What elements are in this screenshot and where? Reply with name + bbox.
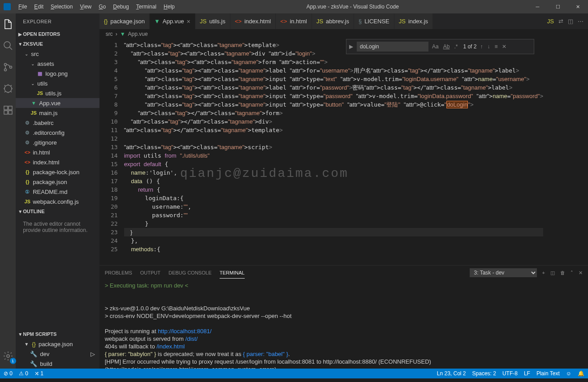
js-icon: JS: [200, 18, 207, 25]
wrench-icon: 🔧: [30, 361, 37, 367]
tab-index-js[interactable]: JSindex.js: [394, 13, 433, 29]
svg-rect-8: [9, 111, 12, 114]
status-encoding[interactable]: UTF-8: [502, 370, 518, 377]
panel-tab-output[interactable]: OUTPUT: [140, 267, 160, 278]
tab-package-json[interactable]: {}package.json: [99, 13, 150, 29]
close-button[interactable]: ✕: [568, 0, 588, 13]
activity-extensions-icon[interactable]: [1, 103, 15, 117]
tree-item-utils[interactable]: ⌄utils: [16, 78, 99, 88]
editor-content[interactable]: 1234567891011121314151617181920212223242…: [99, 39, 588, 265]
status-spaces[interactable]: Spaces: 2: [472, 370, 496, 377]
tree-item-assets[interactable]: ⌄assets: [16, 59, 99, 69]
breadcrumb[interactable]: src› ▼ App.vue: [99, 29, 588, 39]
section-open-editors[interactable]: ▶OPEN EDITORS: [16, 29, 99, 39]
json-icon: {}: [104, 18, 108, 25]
npm-root[interactable]: ▼{}package.json: [16, 339, 99, 349]
section-outline[interactable]: ▼OUTLINE: [16, 206, 99, 216]
match-case-icon[interactable]: Aa: [431, 43, 440, 51]
section-project[interactable]: ▼ZKSVUE: [16, 39, 99, 49]
panel-tab-problems[interactable]: PROBLEMS: [105, 267, 132, 278]
tab-in-html[interactable]: <>in.html: [276, 13, 311, 29]
tree-item-webpack-config-js[interactable]: JSwebpack.config.js: [16, 197, 99, 206]
activity-bar: 1: [0, 13, 16, 369]
menu-go[interactable]: Go: [95, 2, 109, 12]
menu-debug[interactable]: Debug: [110, 2, 132, 12]
tree-item--babelrc[interactable]: ⚙.babelrc: [16, 118, 99, 128]
panel-tab-terminal[interactable]: TERMINAL: [220, 267, 245, 279]
tree-item-App-vue[interactable]: ▼App.vue: [16, 98, 99, 108]
split-icon[interactable]: ◫: [568, 18, 573, 25]
status-bar: ⊘ 0 ⚠ 0 ⤨ 1 Ln 23, Col 2 Spaces: 2 UTF-8…: [0, 369, 588, 378]
minimap[interactable]: [543, 39, 588, 265]
status-language[interactable]: Plain Text: [536, 370, 560, 377]
tree-item--editorconfig[interactable]: ⚙.editorconfig: [16, 128, 99, 137]
status-eol[interactable]: LF: [524, 370, 530, 377]
npm-script-dev[interactable]: 🔧dev▷: [16, 349, 99, 359]
play-icon[interactable]: ▷: [91, 351, 95, 357]
activity-settings-icon[interactable]: 1: [1, 349, 15, 363]
tree-item-src[interactable]: ⌄src: [16, 49, 99, 59]
new-terminal-icon[interactable]: +: [542, 270, 545, 275]
match-word-icon[interactable]: Ab: [442, 43, 451, 51]
menu-file[interactable]: File: [15, 2, 30, 12]
tab-LICENSE[interactable]: §LICENSE: [354, 13, 394, 29]
code-area[interactable]: "attr">class="tag"><"attr">class="tagnam…: [124, 39, 543, 265]
activity-debug-icon[interactable]: [1, 82, 15, 96]
tree-item-main-js[interactable]: JSmain.js: [16, 108, 99, 118]
tab-close-icon[interactable]: ×: [187, 18, 190, 25]
tree-item--gitignore[interactable]: ⚙.gitignore: [16, 137, 99, 147]
find-input[interactable]: [357, 42, 428, 52]
panel-tab-debug[interactable]: DEBUG CONSOLE: [169, 267, 212, 278]
maximize-button[interactable]: ☐: [548, 0, 568, 13]
split-terminal-icon[interactable]: ◫: [550, 270, 555, 276]
panel: PROBLEMS OUTPUT DEBUG CONSOLE TERMINAL 3…: [99, 265, 588, 369]
status-bell-icon[interactable]: 🔔: [578, 370, 584, 377]
activity-search-icon[interactable]: [1, 39, 15, 53]
svg-rect-6: [9, 106, 12, 110]
more-icon[interactable]: ⋯: [578, 18, 584, 25]
menu-terminal[interactable]: Terminal: [133, 2, 160, 12]
activity-explorer-icon[interactable]: [1, 17, 15, 31]
tree-item-package-lock-json[interactable]: {}package-lock.json: [16, 167, 99, 177]
panel-close-icon[interactable]: ✕: [579, 270, 583, 276]
tree-item-logo-png[interactable]: ▦logo.png: [16, 69, 99, 78]
regex-icon[interactable]: .*: [453, 43, 458, 51]
status-feedback-icon[interactable]: ☺: [566, 370, 571, 377]
status-git[interactable]: ⤨ 1: [35, 370, 43, 377]
section-npm-scripts[interactable]: ▼NPM SCRIPTS: [16, 329, 99, 339]
menu-help[interactable]: Help: [160, 2, 178, 12]
tab-abbrev-js[interactable]: JSabbrev.js: [312, 13, 354, 29]
find-next-icon[interactable]: ↓: [486, 43, 491, 51]
status-position[interactable]: Ln 23, Col 2: [437, 370, 466, 377]
terminal-output[interactable]: > Executing task: npm run dev < > zks-vu…: [99, 280, 588, 369]
tab-App-vue[interactable]: ▼App.vue×: [150, 13, 195, 29]
find-close-icon[interactable]: ✕: [501, 43, 507, 51]
kill-terminal-icon[interactable]: 🗑: [560, 270, 565, 275]
tree-item-index-html[interactable]: <>index.html: [16, 157, 99, 167]
minimize-button[interactable]: ─: [527, 0, 548, 13]
tree-item-utils-js[interactable]: JSutils.js: [16, 88, 99, 98]
html-icon: <>: [235, 18, 242, 25]
find-result: 1 of 2: [463, 43, 476, 50]
panel-up-icon[interactable]: ˄: [571, 270, 573, 276]
config-icon: ⚙: [24, 129, 31, 136]
tab-utils-js[interactable]: JSutils.js: [195, 13, 230, 29]
terminal-select[interactable]: 3: Task - dev: [470, 268, 537, 277]
compare-icon[interactable]: ⇄: [558, 18, 563, 25]
find-prev-icon[interactable]: ↑: [479, 43, 484, 51]
status-warnings[interactable]: ⚠ 0: [19, 370, 28, 377]
tab-index-html[interactable]: <>index.html: [230, 13, 276, 29]
tree-item-in-html[interactable]: <>in.html: [16, 147, 99, 157]
menu-view[interactable]: View: [77, 2, 95, 12]
svg-point-2: [4, 69, 6, 71]
status-errors[interactable]: ⊘ 0: [4, 370, 13, 377]
menu-selection[interactable]: Selection: [48, 2, 76, 12]
svg-point-9: [7, 355, 9, 357]
npm-script-build[interactable]: 🔧build: [16, 359, 99, 369]
find-expand-icon[interactable]: ▶: [348, 43, 354, 51]
tree-item-README-md[interactable]: ①README.md: [16, 187, 99, 197]
activity-scm-icon[interactable]: [1, 60, 15, 74]
find-selection-icon[interactable]: ≡: [493, 43, 498, 51]
tree-item-package-json[interactable]: {}package.json: [16, 177, 99, 187]
menu-edit[interactable]: Edit: [31, 2, 47, 12]
